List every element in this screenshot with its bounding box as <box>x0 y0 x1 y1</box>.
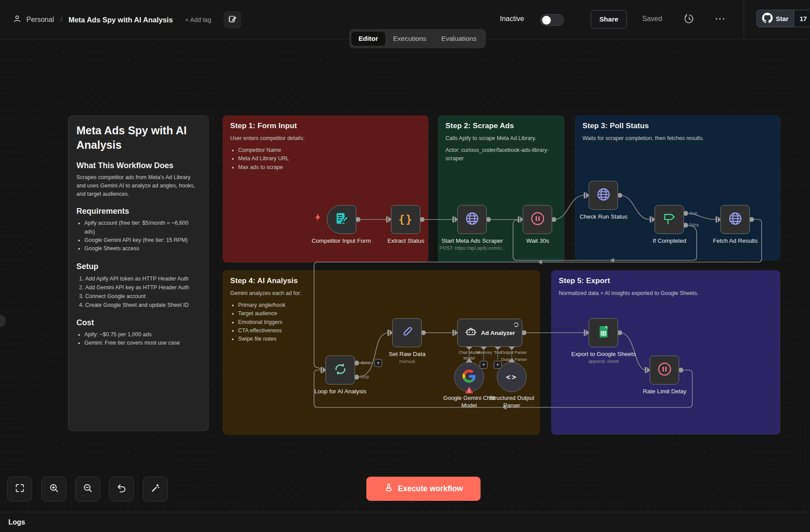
retry-icon <box>513 321 519 329</box>
pause-icon <box>530 211 545 228</box>
form-icon <box>335 212 349 227</box>
tidy-up-button[interactable] <box>143 477 168 501</box>
user-icon <box>12 14 22 25</box>
connector-label-tool: Tool <box>494 350 501 355</box>
note-title: Step 2: Scrape Ads <box>445 122 557 130</box>
undo-icon <box>116 483 127 495</box>
tab-editor[interactable]: Editor <box>351 32 385 46</box>
node-export-to-google-sheets[interactable] <box>589 318 618 347</box>
list-item: Connect Google account <box>85 292 200 301</box>
header-divider <box>744 0 744 39</box>
robot-icon <box>465 326 477 340</box>
sticky-note-description[interactable]: Meta Ads Spy with AI Analysis What This … <box>68 115 209 431</box>
node-subtitle: append: sheet <box>588 359 619 364</box>
logs-panel-header[interactable]: Logs <box>0 512 810 532</box>
breadcrumb-workspace[interactable]: Personal <box>26 16 54 24</box>
zoom-out-button[interactable] <box>75 477 100 501</box>
edit-note-button[interactable] <box>224 11 241 29</box>
note-pencil-icon <box>228 14 237 25</box>
node-if-completed[interactable] <box>655 205 684 234</box>
sticky-note-step4[interactable]: Step 4: AI Analysis Gemini analyzes each… <box>223 270 540 435</box>
node-label: Set Raw Data <box>389 351 425 357</box>
node-label: Structured Output Parser <box>489 395 535 410</box>
output-label-loop: loop <box>361 374 369 379</box>
node-ad-analyzer[interactable]: Ad Analyzer <box>457 319 522 347</box>
node-structured-output-parser[interactable]: <> <box>497 362 527 392</box>
list-item: Target audience <box>238 309 532 318</box>
note-text-what: Scrapes competitor ads from Meta's Ad Li… <box>76 173 200 198</box>
execute-workflow-button[interactable]: Execute workflow <box>366 477 481 501</box>
globe-icon <box>465 212 479 227</box>
node-rate-limit-delay[interactable] <box>650 356 679 385</box>
zoom-in-button[interactable] <box>41 477 66 501</box>
more-options-button[interactable] <box>714 16 726 24</box>
list-item: Apify: ~$0.75 per 1,000 ads <box>84 331 200 339</box>
view-tabs: Editor Executions Evaluations <box>349 29 486 48</box>
add-node-plus-button[interactable]: + <box>374 359 382 367</box>
node-label-line: Google Gemini Chat <box>443 395 495 402</box>
n8n-workflow-editor: Meta Ads Spy with AI Analysis What This … <box>0 0 810 532</box>
list-item: Max ads to scrape <box>238 163 421 172</box>
node-fetch-ad-results[interactable] <box>720 205 750 234</box>
node-set-raw-data[interactable] <box>392 318 422 347</box>
node-label: Fetch Ad Results <box>713 237 758 244</box>
node-start-meta-ads-scraper[interactable] <box>457 205 487 234</box>
node-google-gemini-chat-model[interactable] <box>454 362 484 392</box>
list-item: Create Google Sheet and update Sheet ID <box>85 301 200 309</box>
connector-sublabel-model: Model <box>463 356 475 360</box>
note-heading-what: What This Workflow Does <box>76 161 200 170</box>
workflow-title[interactable]: Meta Ads Spy with AI Analysis <box>69 16 173 24</box>
node-label: Google Gemini Chat Model <box>443 395 495 410</box>
node-check-run-status[interactable] <box>589 181 618 210</box>
note-text: Calls Apify to scrape Meta Ad Library. <box>445 134 557 143</box>
output-label-true: true <box>690 211 697 216</box>
note-title: Step 3: Poll Status <box>582 122 773 130</box>
trigger-bolt-icon <box>314 213 322 223</box>
node-label-line: Parser <box>489 402 535 410</box>
braces-icon: {} <box>398 213 413 226</box>
requirements-list: Apify account (free tier: $5/month = ~6,… <box>84 219 200 253</box>
add-tag-button[interactable]: + Add tag <box>185 16 211 23</box>
history-icon[interactable] <box>683 13 695 26</box>
github-star-widget[interactable]: Star 17 <box>756 10 810 27</box>
node-label: Check Run Status <box>580 213 628 220</box>
toggle-knob <box>542 16 551 25</box>
note-text: Actor: curious_coder/facebook-ads-librar… <box>445 146 557 163</box>
note-title: Meta Ads Spy with AI Analysis <box>76 123 200 152</box>
tab-executions[interactable]: Executions <box>386 32 434 46</box>
agent-node-title: Ad Analyzer <box>481 330 515 336</box>
note-text: Normalized data + AI insights exported t… <box>559 289 773 298</box>
output-label-false: false <box>690 223 699 227</box>
node-loop-for-ai-analysis[interactable] <box>325 356 355 385</box>
node-extract-status[interactable]: {} <box>391 205 420 234</box>
tab-evaluations[interactable]: Evaluations <box>434 32 484 46</box>
note-heading-requirements: Requirements <box>76 207 200 216</box>
loop-icon <box>333 362 348 378</box>
note-text: Waits for scraper completion, then fetch… <box>582 134 773 143</box>
undo-button[interactable] <box>109 477 134 501</box>
list-item: Add Gemini API key as HTTP Header Auth <box>85 283 200 292</box>
logs-label: Logs <box>8 518 25 526</box>
output-label-done: done <box>361 360 370 365</box>
magic-wand-icon <box>150 483 161 495</box>
node-subtitle: manual <box>399 359 415 364</box>
zoom-to-fit-button[interactable] <box>7 477 32 501</box>
list-item: Meta Ad Library URL <box>238 155 421 163</box>
activation-toggle[interactable] <box>540 14 564 26</box>
node-label: Start Meta Ads Scraper <box>441 237 503 244</box>
node-label: Export to Google Sheets <box>571 351 636 357</box>
note-heading-cost: Cost <box>76 318 200 327</box>
list-item: Gemini: Free tier covers most use case <box>84 339 200 347</box>
connector-label-memory: Memory <box>477 350 492 355</box>
node-wait-30s[interactable] <box>523 205 552 234</box>
saved-status[interactable]: Saved <box>642 15 662 23</box>
node-label: Rate Limit Delay <box>643 388 686 395</box>
github-octocat-icon <box>762 13 773 25</box>
node-label: If Completed <box>653 237 687 244</box>
list-item: Google Sheets access <box>84 244 200 253</box>
node-label: Extract Status <box>387 237 424 244</box>
node-competitor-input-form[interactable] <box>327 205 356 234</box>
list-item: Apify account (free tier: $5/month = ~6,… <box>84 219 200 236</box>
pause-icon <box>657 362 672 378</box>
share-button[interactable]: Share <box>591 10 627 29</box>
